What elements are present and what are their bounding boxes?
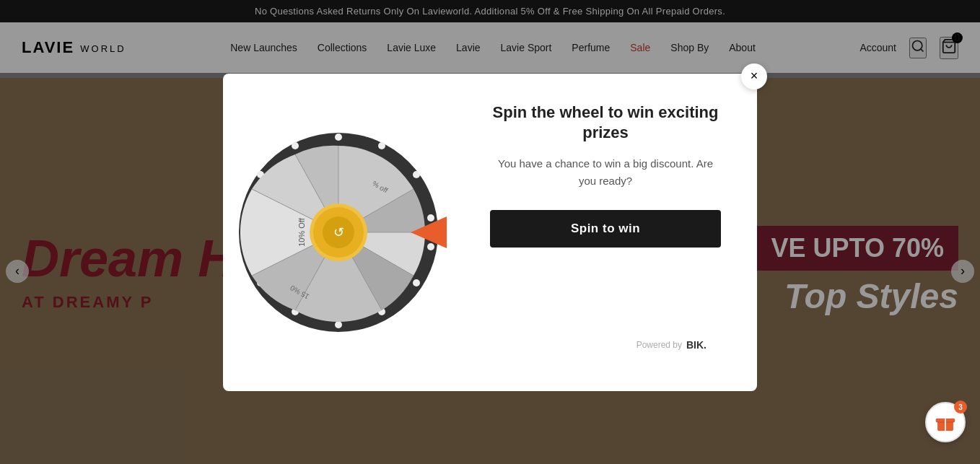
svg-point-17 — [292, 142, 299, 149]
svg-point-9 — [413, 279, 420, 286]
gift-icon — [935, 412, 955, 432]
powered-by: Powered by BIK. — [636, 328, 721, 362]
spin-modal: × — [223, 74, 757, 391]
gift-badge: 3 — [954, 400, 967, 413]
modal-content-section: Spin the wheel to win exciting prizes Yo… — [454, 74, 757, 391]
wheel-pointer — [411, 216, 447, 248]
svg-point-6 — [413, 171, 420, 178]
svg-point-11 — [335, 321, 342, 328]
spin-wheel: 10% Off % off 15 %0 ↺ — [237, 131, 439, 333]
svg-text:10% Off: 10% Off — [297, 217, 306, 246]
svg-text:↺: ↺ — [333, 225, 344, 240]
modal-overlay: × — [0, 0, 980, 464]
modal-description: You have a chance to win a big discount.… — [490, 155, 721, 190]
spin-to-win-button[interactable]: Spin to win — [490, 210, 721, 248]
modal-title: Spin the wheel to win exciting prizes — [490, 102, 721, 144]
gift-button[interactable]: 3 — [925, 402, 966, 442]
wheel-section: 10% Off % off 15 %0 ↺ — [223, 74, 454, 391]
svg-point-5 — [378, 142, 385, 149]
wheel-svg-wrapper: 10% Off % off 15 %0 ↺ — [237, 131, 439, 333]
modal-close-button[interactable]: × — [741, 64, 767, 89]
svg-point-4 — [335, 133, 342, 141]
bik-logo: BIK. — [686, 339, 706, 351]
wheel-container: 10% Off % off 15 %0 ↺ — [237, 88, 439, 377]
